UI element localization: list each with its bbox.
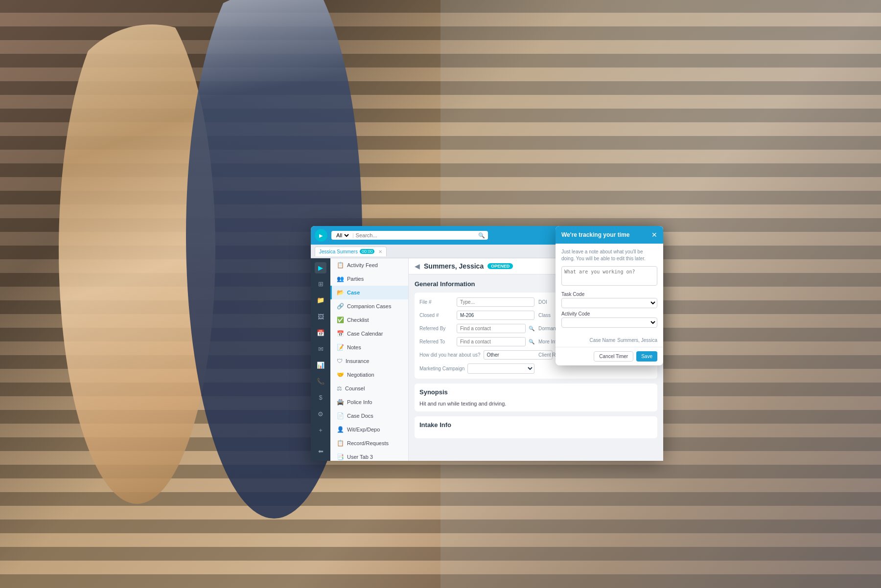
tab-jessica-summers[interactable]: Jessica Summers 00:00 ✕ [315, 247, 387, 256]
nav-insurance[interactable]: 🛡 Insurance [330, 354, 408, 368]
case-name: Summers, Jessica [424, 262, 484, 270]
sidebar-chart-icon[interactable]: 📊 [315, 360, 326, 371]
insurance-icon: 🛡 [337, 358, 343, 364]
sidebar-calendar-icon[interactable]: 📅 [315, 327, 326, 339]
file-label: File # [419, 299, 454, 305]
marketing-row: Marketing Campaign [419, 363, 534, 374]
activity-feed-icon: 📋 [337, 262, 344, 269]
time-popup-body: Just leave a note about what you'll be d… [556, 244, 663, 336]
wit-exp-depo-icon: 👤 [337, 426, 344, 433]
nav-activity-feed[interactable]: 📋 Activity Feed [330, 258, 408, 272]
how-heard-row: How did you hear about us? ✕ [419, 350, 534, 360]
parties-icon: 👥 [337, 275, 344, 282]
nav-negotiation[interactable]: 🤝 Negotiation [330, 368, 408, 382]
notes-icon: 📝 [337, 344, 344, 351]
sidebar-message-icon[interactable]: ✉ [315, 343, 326, 355]
nav-case-calendar[interactable]: 📅 Case Calendar [330, 327, 408, 340]
how-heard-label: How did you hear about us? [419, 352, 481, 358]
nav-notes-label: Notes [347, 344, 361, 350]
icon-sidebar: ▶ ⊞ 📁 🖼 📅 ✉ 📊 📞 $ ⚙ + ⬅ [311, 258, 330, 461]
referred-to-row: Referred To 🔍 [419, 337, 534, 346]
closed-label: Closed # [419, 313, 454, 318]
nav-negotiation-label: Negotiation [347, 372, 374, 378]
nav-user-tab-3-label: User Tab 3 [347, 454, 373, 460]
task-code-select[interactable] [561, 298, 657, 308]
referred-to-search-icon[interactable]: 🔍 [529, 339, 534, 344]
nav-user-tab-3[interactable]: 📑 User Tab 3 [330, 450, 408, 461]
sidebar-plus-icon[interactable]: + [315, 425, 326, 436]
sidebar-play-icon[interactable]: ▶ [315, 262, 326, 273]
nav-companion-cases[interactable]: 🔗 Companion Cases [330, 299, 408, 313]
search-icon: 🔍 [478, 232, 485, 239]
time-popup-description: Just leave a note about what you'll be d… [561, 249, 657, 262]
case-icon: 📂 [337, 289, 344, 296]
referred-by-label: Referred By [419, 326, 454, 331]
nav-case-docs[interactable]: 📄 Case Docs [330, 409, 408, 423]
search-bar[interactable]: All | 🔍 [331, 231, 488, 240]
marketing-label: Marketing Campaign [419, 366, 464, 371]
nav-record-requests-label: Record/Requests [347, 440, 389, 446]
nav-checklist-label: Checklist [347, 317, 369, 323]
nav-checklist[interactable]: ✅ Checklist [330, 313, 408, 327]
activity-code-row: Activity Code [561, 311, 657, 328]
sidebar-back-icon[interactable]: ⬅ [315, 446, 326, 457]
nav-police-info[interactable]: 🚔 Police Info [330, 395, 408, 409]
sidebar-dollar-icon[interactable]: $ [315, 392, 326, 403]
nav-parties[interactable]: 👥 Parties [330, 272, 408, 286]
nav-case-label: Case [347, 290, 360, 295]
nav-notes[interactable]: 📝 Notes [330, 340, 408, 354]
activity-code-label: Activity Code [561, 311, 657, 317]
search-input[interactable] [356, 232, 476, 238]
nav-parties-label: Parties [347, 276, 364, 282]
tab-label: Jessica Summers [319, 249, 358, 254]
nav-insurance-label: Insurance [346, 358, 369, 364]
time-tracking-popup: We're tracking your time ✕ Just leave a … [556, 226, 663, 365]
sidebar-grid-icon[interactable]: ⊞ [315, 278, 326, 290]
nav-counsel[interactable]: ⚖ Counsel [330, 382, 408, 395]
time-popup-footer: Cancel Timer Save [556, 347, 663, 365]
sidebar-gear-icon[interactable]: ⚙ [315, 408, 326, 420]
tab-close-icon[interactable]: ✕ [378, 249, 382, 254]
time-popup-close-button[interactable]: ✕ [651, 231, 657, 239]
nav-counsel-label: Counsel [345, 385, 365, 391]
cancel-timer-button[interactable]: Cancel Timer [594, 351, 633, 362]
referred-by-input[interactable] [457, 324, 526, 333]
time-popup-header: We're tracking your time ✕ [556, 226, 663, 244]
referred-by-search-icon[interactable]: 🔍 [529, 326, 534, 331]
counsel-icon: ⚖ [337, 385, 342, 392]
activity-code-select[interactable] [561, 317, 657, 328]
synopsis-title: Synopsis [419, 388, 652, 396]
time-working-on-input[interactable] [561, 266, 657, 286]
nav-wit-exp-depo[interactable]: 👤 Wit/Exp/Depo [330, 423, 408, 436]
file-row: File # [419, 297, 534, 307]
nav-activity-feed-label: Activity Feed [347, 262, 378, 268]
marketing-select[interactable] [467, 363, 534, 374]
sidebar-folder-icon[interactable]: 📁 [315, 294, 326, 306]
search-filter[interactable]: All [334, 232, 350, 239]
police-info-icon: 🚔 [337, 399, 344, 406]
task-code-row: Task Code [561, 292, 657, 308]
tab-badge: 00:00 [360, 249, 375, 254]
user-tab-3-icon: 📑 [337, 453, 344, 460]
status-badge: OPENED [487, 263, 513, 269]
time-popup-title: We're tracking your time [561, 231, 629, 238]
save-button[interactable]: Save [636, 351, 657, 362]
intake-section: Intake Info [415, 416, 657, 438]
nav-sidebar: 📋 Activity Feed 👥 Parties 📂 Case 🔗 Compa… [330, 258, 409, 461]
nav-case[interactable]: 📂 Case [330, 286, 408, 299]
nav-record-requests[interactable]: 📋 Record/Requests [330, 436, 408, 450]
nav-case-calendar-label: Case Calendar [347, 331, 383, 337]
companion-cases-icon: 🔗 [337, 303, 344, 310]
play-button[interactable]: ▶ [315, 229, 327, 242]
closed-input[interactable] [457, 311, 534, 320]
popup-case-name-row: Case Name Summers, Jessica [556, 336, 663, 347]
nav-wit-exp-depo-label: Wit/Exp/Depo [347, 427, 380, 432]
sidebar-image-icon[interactable]: 🖼 [315, 311, 326, 322]
referred-to-input[interactable] [457, 337, 526, 346]
task-code-label: Task Code [561, 292, 657, 297]
checklist-icon: ✅ [337, 317, 344, 323]
file-input[interactable] [457, 297, 534, 307]
case-calendar-icon: 📅 [337, 330, 344, 337]
sidebar-phone-icon[interactable]: 📞 [315, 376, 326, 387]
back-button[interactable]: ◀ [415, 262, 420, 270]
